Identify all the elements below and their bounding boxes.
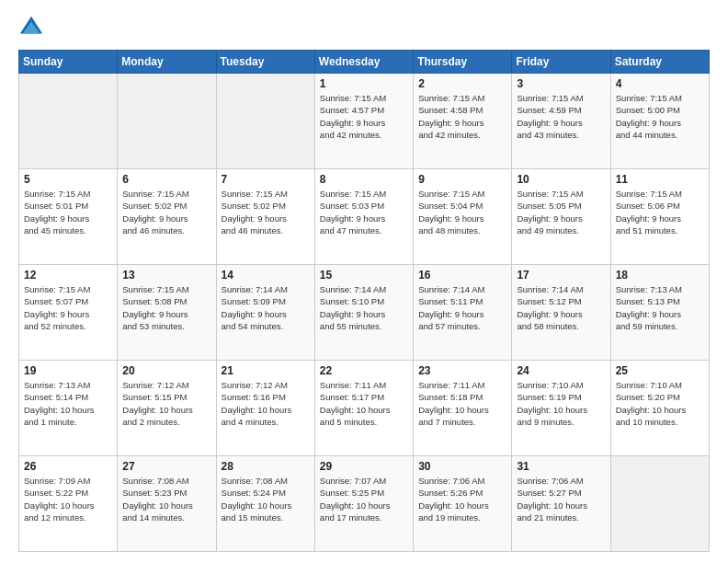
- day-number: 8: [320, 173, 408, 186]
- calendar-cell: 28Sunrise: 7:08 AM Sunset: 5:24 PM Dayli…: [216, 456, 314, 552]
- day-number: 16: [418, 269, 506, 282]
- day-number: 26: [24, 460, 112, 473]
- day-info: Sunrise: 7:14 AM Sunset: 5:12 PM Dayligh…: [517, 283, 605, 332]
- day-number: 27: [122, 460, 210, 473]
- day-info: Sunrise: 7:11 AM Sunset: 5:17 PM Dayligh…: [320, 379, 408, 428]
- calendar-cell: 25Sunrise: 7:10 AM Sunset: 5:20 PM Dayli…: [610, 361, 709, 456]
- day-number: 31: [517, 460, 605, 473]
- day-number: 22: [320, 364, 408, 377]
- day-info: Sunrise: 7:15 AM Sunset: 5:00 PM Dayligh…: [616, 92, 704, 141]
- calendar-cell: 10Sunrise: 7:15 AM Sunset: 5:05 PM Dayli…: [512, 169, 610, 265]
- day-info: Sunrise: 7:15 AM Sunset: 5:05 PM Dayligh…: [517, 188, 605, 236]
- day-number: 6: [122, 173, 210, 186]
- day-info: Sunrise: 7:06 AM Sunset: 5:27 PM Dayligh…: [517, 475, 605, 523]
- calendar-week-3: 12Sunrise: 7:15 AM Sunset: 5:07 PM Dayli…: [19, 265, 710, 361]
- day-info: Sunrise: 7:14 AM Sunset: 5:11 PM Dayligh…: [418, 283, 506, 332]
- calendar-week-1: 1Sunrise: 7:15 AM Sunset: 4:57 PM Daylig…: [19, 74, 710, 169]
- day-number: 10: [517, 173, 605, 186]
- day-number: 7: [222, 173, 310, 186]
- day-number: 24: [517, 364, 605, 377]
- calendar-cell: 1Sunrise: 7:15 AM Sunset: 4:57 PM Daylig…: [314, 74, 413, 169]
- calendar-cell: 7Sunrise: 7:15 AM Sunset: 5:02 PM Daylig…: [216, 169, 314, 265]
- day-info: Sunrise: 7:15 AM Sunset: 5:03 PM Dayligh…: [320, 188, 408, 236]
- day-info: Sunrise: 7:15 AM Sunset: 5:02 PM Dayligh…: [222, 188, 310, 236]
- day-number: 15: [320, 269, 408, 282]
- calendar-cell: 9Sunrise: 7:15 AM Sunset: 5:04 PM Daylig…: [414, 169, 512, 265]
- calendar-cell: 22Sunrise: 7:11 AM Sunset: 5:17 PM Dayli…: [314, 361, 413, 456]
- day-info: Sunrise: 7:15 AM Sunset: 5:08 PM Dayligh…: [122, 283, 210, 332]
- calendar-week-2: 5Sunrise: 7:15 AM Sunset: 5:01 PM Daylig…: [19, 169, 710, 265]
- day-number: 17: [517, 269, 605, 282]
- calendar-cell: [118, 74, 216, 169]
- calendar-week-5: 26Sunrise: 7:09 AM Sunset: 5:22 PM Dayli…: [19, 456, 710, 552]
- header: [18, 15, 710, 40]
- calendar-cell: 26Sunrise: 7:09 AM Sunset: 5:22 PM Dayli…: [19, 456, 118, 552]
- day-number: 2: [418, 77, 506, 90]
- day-number: 4: [616, 77, 704, 90]
- day-info: Sunrise: 7:06 AM Sunset: 5:26 PM Dayligh…: [418, 475, 506, 523]
- calendar-cell: 2Sunrise: 7:15 AM Sunset: 4:58 PM Daylig…: [414, 74, 512, 169]
- calendar-body: 1Sunrise: 7:15 AM Sunset: 4:57 PM Daylig…: [19, 74, 710, 552]
- day-info: Sunrise: 7:14 AM Sunset: 5:09 PM Dayligh…: [222, 283, 310, 332]
- calendar-cell: 3Sunrise: 7:15 AM Sunset: 4:59 PM Daylig…: [512, 74, 610, 169]
- logo: [18, 15, 48, 40]
- calendar-table: SundayMondayTuesdayWednesdayThursdayFrid…: [18, 50, 710, 552]
- day-number: 5: [24, 173, 112, 186]
- day-number: 14: [222, 269, 310, 282]
- day-info: Sunrise: 7:15 AM Sunset: 4:59 PM Dayligh…: [517, 92, 605, 141]
- day-number: 1: [320, 77, 408, 90]
- day-info: Sunrise: 7:12 AM Sunset: 5:15 PM Dayligh…: [122, 379, 210, 428]
- calendar-cell: [19, 74, 118, 169]
- calendar-cell: 31Sunrise: 7:06 AM Sunset: 5:27 PM Dayli…: [512, 456, 610, 552]
- day-number: 13: [122, 269, 210, 282]
- day-number: 20: [122, 364, 210, 377]
- calendar-cell: 24Sunrise: 7:10 AM Sunset: 5:19 PM Dayli…: [512, 361, 610, 456]
- day-number: 23: [418, 364, 506, 377]
- day-number: 21: [222, 364, 310, 377]
- calendar-cell: [610, 456, 709, 552]
- day-info: Sunrise: 7:08 AM Sunset: 5:24 PM Dayligh…: [222, 475, 310, 523]
- calendar-cell: 19Sunrise: 7:13 AM Sunset: 5:14 PM Dayli…: [19, 361, 118, 456]
- day-info: Sunrise: 7:11 AM Sunset: 5:18 PM Dayligh…: [418, 379, 506, 428]
- calendar-week-4: 19Sunrise: 7:13 AM Sunset: 5:14 PM Dayli…: [19, 361, 710, 456]
- calendar-cell: 4Sunrise: 7:15 AM Sunset: 5:00 PM Daylig…: [610, 74, 709, 169]
- day-info: Sunrise: 7:12 AM Sunset: 5:16 PM Dayligh…: [222, 379, 310, 428]
- day-info: Sunrise: 7:10 AM Sunset: 5:19 PM Dayligh…: [517, 379, 605, 428]
- calendar-cell: [216, 74, 314, 169]
- day-info: Sunrise: 7:13 AM Sunset: 5:13 PM Dayligh…: [616, 283, 704, 332]
- calendar-cell: 5Sunrise: 7:15 AM Sunset: 5:01 PM Daylig…: [19, 169, 118, 265]
- calendar-cell: 29Sunrise: 7:07 AM Sunset: 5:25 PM Dayli…: [314, 456, 413, 552]
- page: SundayMondayTuesdayWednesdayThursdayFrid…: [0, 0, 728, 563]
- day-info: Sunrise: 7:15 AM Sunset: 4:57 PM Dayligh…: [320, 92, 408, 141]
- day-number: 30: [418, 460, 506, 473]
- day-number: 25: [616, 364, 704, 377]
- day-info: Sunrise: 7:15 AM Sunset: 5:07 PM Dayligh…: [24, 283, 112, 332]
- calendar-cell: 16Sunrise: 7:14 AM Sunset: 5:11 PM Dayli…: [414, 265, 512, 361]
- day-info: Sunrise: 7:09 AM Sunset: 5:22 PM Dayligh…: [24, 475, 112, 523]
- weekday-header-friday: Friday: [512, 51, 610, 74]
- calendar-cell: 13Sunrise: 7:15 AM Sunset: 5:08 PM Dayli…: [118, 265, 216, 361]
- day-info: Sunrise: 7:15 AM Sunset: 5:02 PM Dayligh…: [122, 188, 210, 236]
- day-number: 12: [24, 269, 112, 282]
- calendar-cell: 27Sunrise: 7:08 AM Sunset: 5:23 PM Dayli…: [118, 456, 216, 552]
- weekday-header-monday: Monday: [118, 51, 216, 74]
- weekday-header-wednesday: Wednesday: [314, 51, 413, 74]
- day-info: Sunrise: 7:13 AM Sunset: 5:14 PM Dayligh…: [24, 379, 112, 428]
- calendar-cell: 6Sunrise: 7:15 AM Sunset: 5:02 PM Daylig…: [118, 169, 216, 265]
- calendar-cell: 12Sunrise: 7:15 AM Sunset: 5:07 PM Dayli…: [19, 265, 118, 361]
- calendar-cell: 17Sunrise: 7:14 AM Sunset: 5:12 PM Dayli…: [512, 265, 610, 361]
- weekday-header-row: SundayMondayTuesdayWednesdayThursdayFrid…: [19, 51, 710, 74]
- calendar-cell: 15Sunrise: 7:14 AM Sunset: 5:10 PM Dayli…: [314, 265, 413, 361]
- calendar-cell: 30Sunrise: 7:06 AM Sunset: 5:26 PM Dayli…: [414, 456, 512, 552]
- day-info: Sunrise: 7:08 AM Sunset: 5:23 PM Dayligh…: [122, 475, 210, 523]
- calendar-cell: 18Sunrise: 7:13 AM Sunset: 5:13 PM Dayli…: [610, 265, 709, 361]
- day-info: Sunrise: 7:15 AM Sunset: 5:01 PM Dayligh…: [24, 188, 112, 236]
- calendar-header: SundayMondayTuesdayWednesdayThursdayFrid…: [19, 51, 710, 74]
- day-number: 11: [616, 173, 704, 186]
- day-number: 3: [517, 77, 605, 90]
- day-info: Sunrise: 7:14 AM Sunset: 5:10 PM Dayligh…: [320, 283, 408, 332]
- calendar-cell: 23Sunrise: 7:11 AM Sunset: 5:18 PM Dayli…: [414, 361, 512, 456]
- weekday-header-tuesday: Tuesday: [216, 51, 314, 74]
- day-info: Sunrise: 7:15 AM Sunset: 4:58 PM Dayligh…: [418, 92, 506, 141]
- day-info: Sunrise: 7:15 AM Sunset: 5:04 PM Dayligh…: [418, 188, 506, 236]
